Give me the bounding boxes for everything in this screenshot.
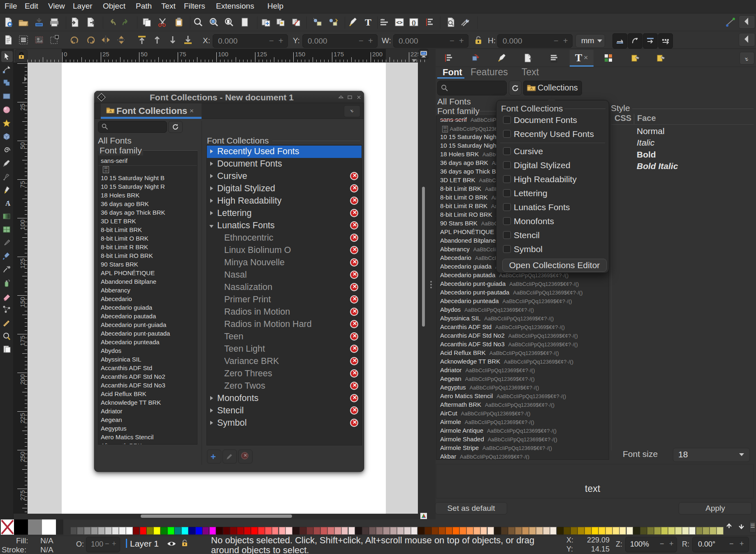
svg-text:<>: <> bbox=[396, 19, 403, 25]
svg-text:{}: {} bbox=[412, 19, 416, 25]
svg-text:A: A bbox=[530, 86, 533, 90]
svg-text:A: A bbox=[109, 109, 112, 113]
svg-text:T: T bbox=[365, 17, 371, 28]
svg-text:A: A bbox=[5, 199, 11, 207]
